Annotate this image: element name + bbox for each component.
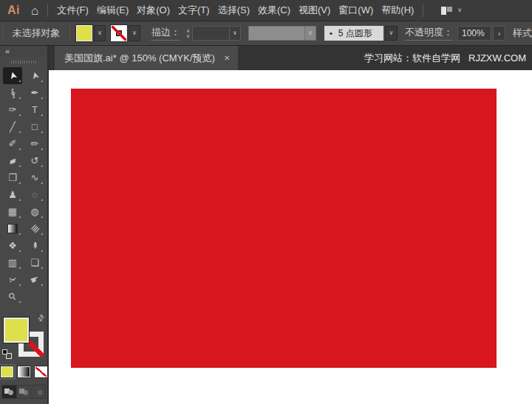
stroke-none-swatch[interactable] <box>111 25 127 41</box>
width-tool-icon: ∿ <box>31 173 39 182</box>
opacity-more-button[interactable]: › <box>493 26 505 41</box>
artboard-canvas[interactable] <box>49 70 532 404</box>
chevron-down-icon: ∨ <box>389 30 394 36</box>
close-icon[interactable]: ✕ <box>224 55 230 62</box>
curvature-tool-icon: ✑ <box>9 105 17 114</box>
brush-dot-icon: • <box>330 29 332 38</box>
slice-tool[interactable]: ✁ <box>3 271 22 288</box>
menu-item-2[interactable]: 对象(O) <box>137 4 170 17</box>
variable-width-profile: ∨ <box>248 26 316 41</box>
pen-tool[interactable]: ✒ <box>25 84 44 101</box>
none-slash-icon <box>112 26 126 41</box>
line-segment-tool[interactable]: ╱ <box>3 118 22 135</box>
stroke-color-dropdown[interactable]: ∨ <box>129 25 140 41</box>
pencil-tool[interactable]: ✏ <box>25 135 44 152</box>
workspace-icon <box>441 7 452 15</box>
menu-item-6[interactable]: 视图(V) <box>299 4 330 17</box>
gradient-button[interactable] <box>18 366 30 377</box>
blend-tool[interactable]: ❖ <box>3 237 22 254</box>
scale-tool-icon: ❐ <box>8 173 17 182</box>
zoom-tool[interactable]: ⚲ <box>3 288 22 305</box>
lasso-tool-icon: ∮ <box>9 87 17 98</box>
puppet-warp-tool[interactable]: ♟ <box>3 186 22 203</box>
opacity-input[interactable]: 100% <box>457 26 491 41</box>
menu-item-3[interactable]: 文字(T) <box>178 4 210 17</box>
fill-color-swatch[interactable] <box>76 25 92 41</box>
width-profile-field[interactable] <box>248 26 304 41</box>
measure-tool[interactable]: ≣ <box>25 220 44 237</box>
paintbrush-tool[interactable]: ✐ <box>3 135 22 152</box>
workspace-switcher[interactable]: ∨ <box>441 7 462 15</box>
panel-grip[interactable] <box>2 26 3 41</box>
rotate-tool[interactable]: ↺ <box>25 152 44 169</box>
draw-behind-mode[interactable] <box>17 386 32 398</box>
brush-definition-control: • 5 点圆形 ∨ <box>324 26 398 41</box>
fill-color-dropdown[interactable]: ∨ <box>94 25 106 41</box>
scale-tool[interactable]: ❐ <box>3 169 22 186</box>
stepper-up-icon[interactable]: ∧ <box>186 29 190 32</box>
menu-item-5[interactable]: 效果(C) <box>258 4 290 17</box>
default-fill-stroke-icon[interactable] <box>2 349 12 359</box>
free-transform-tool[interactable]: ◌ <box>25 186 44 203</box>
chevron-down-icon: ∨ <box>132 30 137 36</box>
divider <box>47 4 48 17</box>
type-tool[interactable]: T <box>25 101 44 118</box>
red-rectangle-object[interactable] <box>71 89 497 368</box>
collapse-panel-icon[interactable]: « <box>5 47 10 55</box>
stroke-width-input[interactable] <box>192 26 229 41</box>
menu-bar: Ai ⌂ 文件(F)编辑(E)对象(O)文字(T)选择(S)效果(C)视图(V)… <box>0 0 532 21</box>
menu-item-4[interactable]: 选择(S) <box>218 4 250 17</box>
brush-definition-dropdown[interactable]: ∨ <box>385 26 398 41</box>
width-profile-dropdown[interactable]: ∨ <box>304 26 316 41</box>
line-segment-tool-icon: ╱ <box>10 122 16 131</box>
paintbrush-tool-icon: ✐ <box>9 139 17 148</box>
perspective-grid-tool[interactable]: ▦ <box>3 203 22 220</box>
mesh-tool-icon: ◍ <box>30 207 38 216</box>
eraser-tool-icon: ▰ <box>7 155 18 167</box>
swap-fill-stroke-icon[interactable]: ⇄ <box>35 312 47 324</box>
artboard-tool[interactable]: ❏ <box>25 254 44 271</box>
stroke-width-stepper[interactable]: ∧ ∨ <box>186 29 190 38</box>
selection-tool[interactable]: ➤ <box>3 67 22 84</box>
opacity-panel-link[interactable]: 不透明度： <box>405 26 453 41</box>
tool-grid: ➤➤∮✒✑T╱□✐✏▰↺❐∿♟◌▦◍≣❖✒▥❏✁☛⚲ <box>0 67 47 305</box>
eraser-tool[interactable]: ▰ <box>3 152 22 169</box>
fill-color-control: ∨ <box>76 25 106 41</box>
stroke-panel-link[interactable]: 描边： <box>151 26 180 41</box>
gradient-tool[interactable] <box>3 220 22 237</box>
control-bar: 未选择对象 ∨ ∨ 描边： ∧ ∨ ∨ ∨ • 5 点圆形 ∨ 不透明度： 10… <box>0 21 532 46</box>
curvature-tool[interactable]: ✑ <box>3 101 22 118</box>
stepper-down-icon[interactable]: ∨ <box>186 34 190 38</box>
document-tab-title: 美国国旗.ai* @ 150% (CMYK/预览) <box>64 52 215 65</box>
chevron-down-icon: ∨ <box>308 30 313 36</box>
mesh-tool[interactable]: ◍ <box>25 203 44 220</box>
fill-stroke-control: ⇄ <box>2 315 45 357</box>
tools-panel-grip[interactable] <box>11 61 36 64</box>
eyedropper-tool[interactable]: ✒ <box>25 237 44 254</box>
home-icon[interactable]: ⌂ <box>31 4 38 17</box>
draw-normal-mode[interactable] <box>2 386 17 398</box>
style-label: 样式 <box>513 27 532 40</box>
hand-tool-icon: ☛ <box>29 273 40 285</box>
brush-definition-field[interactable]: • 5 点圆形 <box>324 26 383 41</box>
stroke-width-dropdown[interactable]: ∨ <box>229 26 241 41</box>
document-tab[interactable]: 美国国旗.ai* @ 150% (CMYK/预览) ✕ <box>55 46 238 70</box>
puppet-warp-tool-icon: ♟ <box>8 190 17 199</box>
menu-item-8[interactable]: 帮助(H) <box>381 4 414 17</box>
direct-selection-tool[interactable]: ➤ <box>25 67 44 84</box>
rectangle-tool[interactable]: □ <box>25 118 44 135</box>
menu-items: 文件(F)编辑(E)对象(O)文字(T)选择(S)效果(C)视图(V)窗口(W)… <box>57 4 414 17</box>
column-graph-tool[interactable]: ▥ <box>3 254 22 271</box>
type-tool-icon: T <box>32 105 38 114</box>
fill-swatch[interactable] <box>4 318 29 343</box>
menu-item-0[interactable]: 文件(F) <box>57 4 89 17</box>
color-button[interactable] <box>1 366 13 377</box>
none-button[interactable] <box>35 366 47 377</box>
lasso-tool[interactable]: ∮ <box>3 84 22 101</box>
draw-inside-mode[interactable] <box>31 386 45 398</box>
width-tool[interactable]: ∿ <box>25 169 44 186</box>
menu-item-1[interactable]: 编辑(E) <box>97 4 129 17</box>
hand-tool[interactable]: ☛ <box>25 271 44 288</box>
chevron-down-icon: ∨ <box>233 30 237 36</box>
menu-item-7[interactable]: 窗口(W) <box>338 4 373 17</box>
